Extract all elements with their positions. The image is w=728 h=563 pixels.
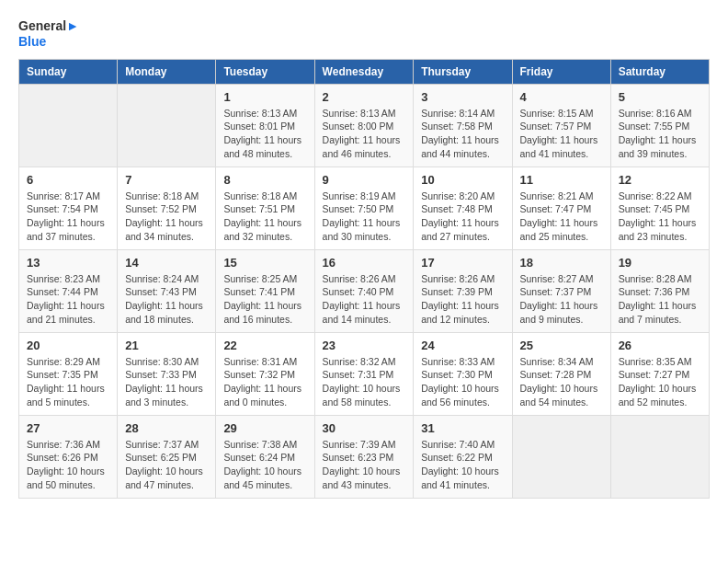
calendar-cell: 20Sunrise: 8:29 AM Sunset: 7:35 PM Dayli… — [19, 332, 118, 415]
day-number: 5 — [619, 90, 701, 104]
day-number: 1 — [223, 90, 306, 104]
day-number: 12 — [619, 173, 701, 187]
calendar-cell — [610, 415, 709, 498]
weekday-header-cell: Friday — [512, 59, 610, 84]
day-info: Sunrise: 7:40 AM Sunset: 6:22 PM Dayligh… — [421, 438, 504, 492]
calendar-cell: 13Sunrise: 8:23 AM Sunset: 7:44 PM Dayli… — [19, 249, 118, 332]
calendar-cell: 26Sunrise: 8:35 AM Sunset: 7:27 PM Dayli… — [610, 332, 709, 415]
calendar-week-row: 13Sunrise: 8:23 AM Sunset: 7:44 PM Dayli… — [19, 249, 710, 332]
calendar-cell: 29Sunrise: 7:38 AM Sunset: 6:24 PM Dayli… — [216, 415, 314, 498]
day-number: 22 — [223, 339, 306, 352]
calendar-cell: 27Sunrise: 7:36 AM Sunset: 6:26 PM Dayli… — [19, 415, 118, 498]
day-info: Sunrise: 8:13 AM Sunset: 8:00 PM Dayligh… — [323, 107, 406, 161]
day-info: Sunrise: 8:23 AM Sunset: 7:44 PM Dayligh… — [27, 272, 109, 327]
calendar-cell: 2Sunrise: 8:13 AM Sunset: 8:00 PM Daylig… — [314, 84, 414, 167]
day-info: Sunrise: 8:30 AM Sunset: 7:33 PM Dayligh… — [125, 355, 208, 409]
calendar-cell: 3Sunrise: 8:14 AM Sunset: 7:58 PM Daylig… — [414, 84, 512, 167]
day-number: 7 — [125, 173, 208, 187]
day-number: 29 — [223, 421, 306, 435]
day-info: Sunrise: 8:18 AM Sunset: 7:51 PM Dayligh… — [223, 190, 306, 244]
day-info: Sunrise: 8:24 AM Sunset: 7:43 PM Dayligh… — [125, 272, 208, 327]
day-info: Sunrise: 8:13 AM Sunset: 8:01 PM Dayligh… — [223, 107, 306, 161]
day-number: 23 — [323, 339, 406, 352]
day-info: Sunrise: 8:26 AM Sunset: 7:40 PM Dayligh… — [323, 272, 406, 327]
day-number: 14 — [125, 256, 208, 270]
day-number: 18 — [520, 256, 603, 270]
day-number: 21 — [125, 339, 208, 352]
day-number: 16 — [323, 256, 406, 270]
day-info: Sunrise: 8:16 AM Sunset: 7:55 PM Dayligh… — [619, 107, 701, 161]
day-info: Sunrise: 7:37 AM Sunset: 6:25 PM Dayligh… — [125, 438, 208, 492]
day-number: 3 — [421, 90, 504, 104]
calendar-cell: 9Sunrise: 8:19 AM Sunset: 7:50 PM Daylig… — [314, 167, 414, 249]
day-info: Sunrise: 8:27 AM Sunset: 7:37 PM Dayligh… — [520, 272, 603, 327]
day-number: 24 — [421, 339, 504, 352]
day-info: Sunrise: 8:28 AM Sunset: 7:36 PM Dayligh… — [619, 272, 701, 327]
calendar-cell: 16Sunrise: 8:26 AM Sunset: 7:40 PM Dayli… — [314, 249, 414, 332]
day-info: Sunrise: 8:14 AM Sunset: 7:58 PM Dayligh… — [421, 107, 504, 161]
day-info: Sunrise: 8:17 AM Sunset: 7:54 PM Dayligh… — [27, 190, 109, 244]
day-info: Sunrise: 8:21 AM Sunset: 7:47 PM Dayligh… — [520, 190, 603, 244]
day-info: Sunrise: 8:29 AM Sunset: 7:35 PM Dayligh… — [27, 355, 109, 409]
day-number: 19 — [619, 256, 701, 270]
calendar-cell — [512, 415, 610, 498]
weekday-header-cell: Sunday — [19, 59, 118, 84]
day-number: 13 — [27, 256, 109, 270]
calendar-cell: 31Sunrise: 7:40 AM Sunset: 6:22 PM Dayli… — [414, 415, 512, 498]
calendar-cell: 21Sunrise: 8:30 AM Sunset: 7:33 PM Dayli… — [118, 332, 216, 415]
logo: General►Blue — [18, 18, 79, 50]
calendar-cell: 15Sunrise: 8:25 AM Sunset: 7:41 PM Dayli… — [216, 249, 314, 332]
calendar-cell: 19Sunrise: 8:28 AM Sunset: 7:36 PM Dayli… — [610, 249, 709, 332]
calendar-cell: 7Sunrise: 8:18 AM Sunset: 7:52 PM Daylig… — [118, 167, 216, 249]
day-info: Sunrise: 8:26 AM Sunset: 7:39 PM Dayligh… — [421, 272, 504, 327]
calendar-week-row: 27Sunrise: 7:36 AM Sunset: 6:26 PM Dayli… — [19, 415, 710, 498]
logo-text: General►Blue — [18, 18, 79, 50]
calendar-cell: 6Sunrise: 8:17 AM Sunset: 7:54 PM Daylig… — [19, 167, 118, 249]
calendar-table: SundayMondayTuesdayWednesdayThursdayFrid… — [18, 59, 710, 499]
day-info: Sunrise: 8:18 AM Sunset: 7:52 PM Dayligh… — [125, 190, 208, 244]
day-info: Sunrise: 7:36 AM Sunset: 6:26 PM Dayligh… — [27, 438, 109, 492]
calendar-cell — [118, 84, 216, 167]
day-number: 9 — [323, 173, 406, 187]
day-number: 2 — [323, 90, 406, 104]
day-number: 6 — [27, 173, 109, 187]
calendar-cell: 11Sunrise: 8:21 AM Sunset: 7:47 PM Dayli… — [512, 167, 610, 249]
calendar-cell: 23Sunrise: 8:32 AM Sunset: 7:31 PM Dayli… — [314, 332, 414, 415]
calendar-cell: 28Sunrise: 7:37 AM Sunset: 6:25 PM Dayli… — [118, 415, 216, 498]
calendar-cell: 10Sunrise: 8:20 AM Sunset: 7:48 PM Dayli… — [414, 167, 512, 249]
day-number: 25 — [520, 339, 603, 352]
day-info: Sunrise: 8:20 AM Sunset: 7:48 PM Dayligh… — [421, 190, 504, 244]
day-number: 8 — [223, 173, 306, 187]
day-number: 31 — [421, 421, 504, 435]
calendar-cell: 14Sunrise: 8:24 AM Sunset: 7:43 PM Dayli… — [118, 249, 216, 332]
calendar-cell: 8Sunrise: 8:18 AM Sunset: 7:51 PM Daylig… — [216, 167, 314, 249]
day-number: 28 — [125, 421, 208, 435]
day-info: Sunrise: 8:35 AM Sunset: 7:27 PM Dayligh… — [619, 355, 701, 409]
weekday-header-cell: Thursday — [414, 59, 512, 84]
calendar-week-row: 6Sunrise: 8:17 AM Sunset: 7:54 PM Daylig… — [19, 167, 710, 249]
day-info: Sunrise: 8:22 AM Sunset: 7:45 PM Dayligh… — [619, 190, 701, 244]
weekday-header-cell: Wednesday — [314, 59, 414, 84]
weekday-header-cell: Monday — [118, 59, 216, 84]
day-info: Sunrise: 8:32 AM Sunset: 7:31 PM Dayligh… — [323, 355, 406, 409]
calendar-cell: 22Sunrise: 8:31 AM Sunset: 7:32 PM Dayli… — [216, 332, 314, 415]
calendar-cell: 12Sunrise: 8:22 AM Sunset: 7:45 PM Dayli… — [610, 167, 709, 249]
calendar-cell: 17Sunrise: 8:26 AM Sunset: 7:39 PM Dayli… — [414, 249, 512, 332]
page-header: General►Blue — [18, 18, 710, 50]
day-number: 26 — [619, 339, 701, 352]
day-number: 15 — [223, 256, 306, 270]
calendar-cell: 1Sunrise: 8:13 AM Sunset: 8:01 PM Daylig… — [216, 84, 314, 167]
day-number: 20 — [27, 339, 109, 352]
calendar-cell: 18Sunrise: 8:27 AM Sunset: 7:37 PM Dayli… — [512, 249, 610, 332]
weekday-header-row: SundayMondayTuesdayWednesdayThursdayFrid… — [19, 59, 710, 84]
weekday-header-cell: Saturday — [610, 59, 709, 84]
day-info: Sunrise: 8:33 AM Sunset: 7:30 PM Dayligh… — [421, 355, 504, 409]
calendar-week-row: 1Sunrise: 8:13 AM Sunset: 8:01 PM Daylig… — [19, 84, 710, 167]
calendar-cell: 5Sunrise: 8:16 AM Sunset: 7:55 PM Daylig… — [610, 84, 709, 167]
day-number: 27 — [27, 421, 109, 435]
day-number: 10 — [421, 173, 504, 187]
day-info: Sunrise: 7:38 AM Sunset: 6:24 PM Dayligh… — [223, 438, 306, 492]
day-number: 30 — [323, 421, 406, 435]
calendar-week-row: 20Sunrise: 8:29 AM Sunset: 7:35 PM Dayli… — [19, 332, 710, 415]
day-info: Sunrise: 7:39 AM Sunset: 6:23 PM Dayligh… — [323, 438, 406, 492]
